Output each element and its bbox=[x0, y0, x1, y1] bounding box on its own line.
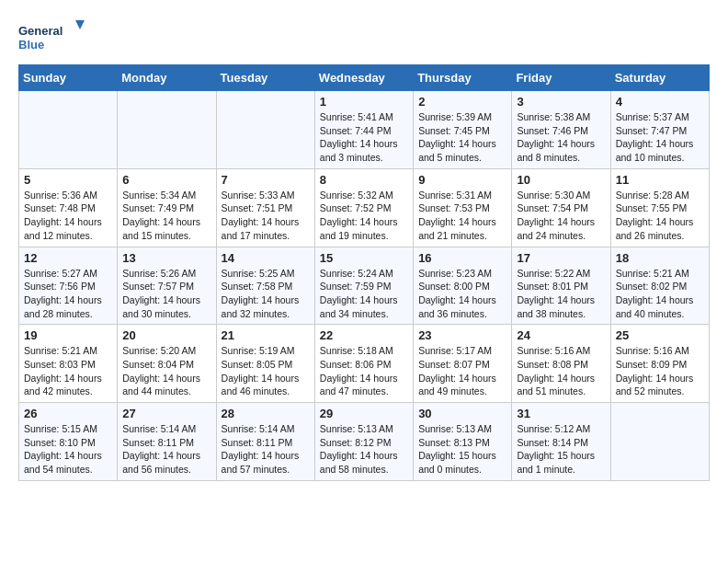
day-number: 4 bbox=[616, 95, 704, 109]
day-header-wednesday: Wednesday bbox=[314, 65, 413, 91]
calendar-cell: 21Sunrise: 5:19 AM Sunset: 8:05 PM Dayli… bbox=[216, 325, 314, 403]
cell-info: Sunrise: 5:21 AM Sunset: 8:03 PM Dayligh… bbox=[24, 344, 112, 398]
day-number: 17 bbox=[517, 251, 605, 265]
day-number: 19 bbox=[24, 328, 112, 342]
svg-text:General: General bbox=[18, 24, 63, 38]
day-header-monday: Monday bbox=[118, 65, 216, 91]
calendar-cell: 5Sunrise: 5:36 AM Sunset: 7:48 PM Daylig… bbox=[19, 168, 118, 247]
cell-info: Sunrise: 5:33 AM Sunset: 7:51 PM Dayligh… bbox=[222, 189, 310, 243]
cell-info: Sunrise: 5:41 AM Sunset: 7:44 PM Dayligh… bbox=[320, 110, 408, 165]
calendar-cell: 20Sunrise: 5:20 AM Sunset: 8:04 PM Dayli… bbox=[118, 325, 216, 403]
calendar-cell: 16Sunrise: 5:23 AM Sunset: 8:00 PM Dayli… bbox=[414, 247, 512, 325]
svg-text:Blue: Blue bbox=[18, 38, 44, 52]
cell-info: Sunrise: 5:18 AM Sunset: 8:06 PM Dayligh… bbox=[320, 344, 408, 398]
day-number: 16 bbox=[418, 251, 506, 265]
header: General Blue bbox=[18, 18, 710, 55]
cell-info: Sunrise: 5:24 AM Sunset: 7:59 PM Dayligh… bbox=[320, 267, 408, 321]
calendar-cell: 24Sunrise: 5:16 AM Sunset: 8:08 PM Dayli… bbox=[512, 325, 610, 403]
day-number: 29 bbox=[320, 407, 408, 420]
cell-info: Sunrise: 5:13 AM Sunset: 8:12 PM Dayligh… bbox=[320, 422, 408, 477]
calendar-cell: 2Sunrise: 5:39 AM Sunset: 7:45 PM Daylig… bbox=[414, 91, 512, 169]
day-number: 18 bbox=[616, 251, 704, 265]
calendar-cell: 17Sunrise: 5:22 AM Sunset: 8:01 PM Dayli… bbox=[512, 247, 610, 325]
day-number: 26 bbox=[24, 407, 112, 420]
calendar-cell bbox=[19, 91, 118, 169]
calendar-cell: 29Sunrise: 5:13 AM Sunset: 8:12 PM Dayli… bbox=[314, 403, 413, 481]
logo-icon: General Blue bbox=[18, 18, 92, 55]
day-number: 9 bbox=[418, 173, 506, 187]
calendar-cell bbox=[610, 403, 709, 481]
cell-info: Sunrise: 5:27 AM Sunset: 7:56 PM Dayligh… bbox=[24, 267, 112, 321]
day-number: 12 bbox=[24, 251, 112, 265]
calendar-cell: 28Sunrise: 5:14 AM Sunset: 8:11 PM Dayli… bbox=[216, 403, 314, 481]
cell-info: Sunrise: 5:16 AM Sunset: 8:08 PM Dayligh… bbox=[517, 344, 605, 398]
calendar-table: SundayMondayTuesdayWednesdayThursdayFrid… bbox=[18, 64, 710, 481]
cell-info: Sunrise: 5:14 AM Sunset: 8:11 PM Dayligh… bbox=[222, 422, 310, 477]
cell-info: Sunrise: 5:15 AM Sunset: 8:10 PM Dayligh… bbox=[24, 422, 112, 477]
day-number: 27 bbox=[122, 407, 210, 420]
calendar-cell: 12Sunrise: 5:27 AM Sunset: 7:56 PM Dayli… bbox=[19, 247, 118, 325]
calendar-cell: 22Sunrise: 5:18 AM Sunset: 8:06 PM Dayli… bbox=[314, 325, 413, 403]
calendar-cell: 4Sunrise: 5:37 AM Sunset: 7:47 PM Daylig… bbox=[610, 91, 709, 169]
calendar-cell: 11Sunrise: 5:28 AM Sunset: 7:55 PM Dayli… bbox=[610, 168, 709, 247]
day-number: 28 bbox=[222, 407, 310, 420]
calendar-cell: 8Sunrise: 5:32 AM Sunset: 7:52 PM Daylig… bbox=[314, 168, 413, 247]
calendar-cell bbox=[216, 91, 314, 169]
cell-info: Sunrise: 5:30 AM Sunset: 7:54 PM Dayligh… bbox=[517, 189, 605, 243]
calendar-cell: 15Sunrise: 5:24 AM Sunset: 7:59 PM Dayli… bbox=[314, 247, 413, 325]
day-number: 22 bbox=[320, 328, 408, 342]
cell-info: Sunrise: 5:12 AM Sunset: 8:14 PM Dayligh… bbox=[517, 422, 605, 477]
calendar-cell: 26Sunrise: 5:15 AM Sunset: 8:10 PM Dayli… bbox=[19, 403, 118, 481]
week-row-3: 19Sunrise: 5:21 AM Sunset: 8:03 PM Dayli… bbox=[19, 325, 710, 403]
calendar-cell: 30Sunrise: 5:13 AM Sunset: 8:13 PM Dayli… bbox=[414, 403, 512, 481]
cell-info: Sunrise: 5:34 AM Sunset: 7:49 PM Dayligh… bbox=[122, 189, 210, 243]
week-row-2: 12Sunrise: 5:27 AM Sunset: 7:56 PM Dayli… bbox=[19, 247, 710, 325]
day-header-sunday: Sunday bbox=[19, 65, 118, 91]
day-number: 15 bbox=[320, 251, 408, 265]
calendar-cell: 31Sunrise: 5:12 AM Sunset: 8:14 PM Dayli… bbox=[512, 403, 610, 481]
calendar-cell: 13Sunrise: 5:26 AM Sunset: 7:57 PM Dayli… bbox=[118, 247, 216, 325]
calendar-cell: 6Sunrise: 5:34 AM Sunset: 7:49 PM Daylig… bbox=[118, 168, 216, 247]
calendar-cell: 25Sunrise: 5:16 AM Sunset: 8:09 PM Dayli… bbox=[610, 325, 709, 403]
day-number: 30 bbox=[418, 407, 506, 420]
day-number: 23 bbox=[418, 328, 506, 342]
calendar-cell: 27Sunrise: 5:14 AM Sunset: 8:11 PM Dayli… bbox=[118, 403, 216, 481]
cell-info: Sunrise: 5:20 AM Sunset: 8:04 PM Dayligh… bbox=[122, 344, 210, 398]
calendar-cell: 1Sunrise: 5:41 AM Sunset: 7:44 PM Daylig… bbox=[314, 91, 413, 169]
cell-info: Sunrise: 5:32 AM Sunset: 7:52 PM Dayligh… bbox=[320, 189, 408, 243]
day-number: 31 bbox=[517, 407, 605, 420]
day-number: 14 bbox=[222, 251, 310, 265]
cell-info: Sunrise: 5:36 AM Sunset: 7:48 PM Dayligh… bbox=[24, 189, 112, 243]
calendar-cell: 9Sunrise: 5:31 AM Sunset: 7:53 PM Daylig… bbox=[414, 168, 512, 247]
day-number: 5 bbox=[24, 173, 112, 187]
cell-info: Sunrise: 5:38 AM Sunset: 7:46 PM Dayligh… bbox=[517, 110, 605, 165]
day-number: 13 bbox=[122, 251, 210, 265]
day-number: 24 bbox=[517, 328, 605, 342]
cell-info: Sunrise: 5:21 AM Sunset: 8:02 PM Dayligh… bbox=[616, 267, 704, 321]
calendar-cell bbox=[118, 91, 216, 169]
day-number: 21 bbox=[222, 328, 310, 342]
day-number: 7 bbox=[222, 173, 310, 187]
calendar-cell: 7Sunrise: 5:33 AM Sunset: 7:51 PM Daylig… bbox=[216, 168, 314, 247]
cell-info: Sunrise: 5:16 AM Sunset: 8:09 PM Dayligh… bbox=[616, 344, 704, 398]
calendar-cell: 18Sunrise: 5:21 AM Sunset: 8:02 PM Dayli… bbox=[610, 247, 709, 325]
svg-marker-2 bbox=[75, 20, 85, 29]
day-header-tuesday: Tuesday bbox=[216, 65, 314, 91]
week-row-4: 26Sunrise: 5:15 AM Sunset: 8:10 PM Dayli… bbox=[19, 403, 710, 481]
day-number: 3 bbox=[517, 95, 605, 109]
cell-info: Sunrise: 5:13 AM Sunset: 8:13 PM Dayligh… bbox=[418, 422, 506, 477]
header-row: SundayMondayTuesdayWednesdayThursdayFrid… bbox=[19, 65, 710, 91]
day-number: 20 bbox=[122, 328, 210, 342]
calendar-cell: 19Sunrise: 5:21 AM Sunset: 8:03 PM Dayli… bbox=[19, 325, 118, 403]
day-number: 2 bbox=[418, 95, 506, 109]
day-header-saturday: Saturday bbox=[610, 65, 709, 91]
day-number: 11 bbox=[616, 173, 704, 187]
cell-info: Sunrise: 5:14 AM Sunset: 8:11 PM Dayligh… bbox=[122, 422, 210, 477]
cell-info: Sunrise: 5:26 AM Sunset: 7:57 PM Dayligh… bbox=[122, 267, 210, 321]
cell-info: Sunrise: 5:25 AM Sunset: 7:58 PM Dayligh… bbox=[222, 267, 310, 321]
calendar-cell: 23Sunrise: 5:17 AM Sunset: 8:07 PM Dayli… bbox=[414, 325, 512, 403]
cell-info: Sunrise: 5:22 AM Sunset: 8:01 PM Dayligh… bbox=[517, 267, 605, 321]
week-row-0: 1Sunrise: 5:41 AM Sunset: 7:44 PM Daylig… bbox=[19, 91, 710, 169]
logo: General Blue bbox=[18, 18, 92, 55]
day-number: 8 bbox=[320, 173, 408, 187]
